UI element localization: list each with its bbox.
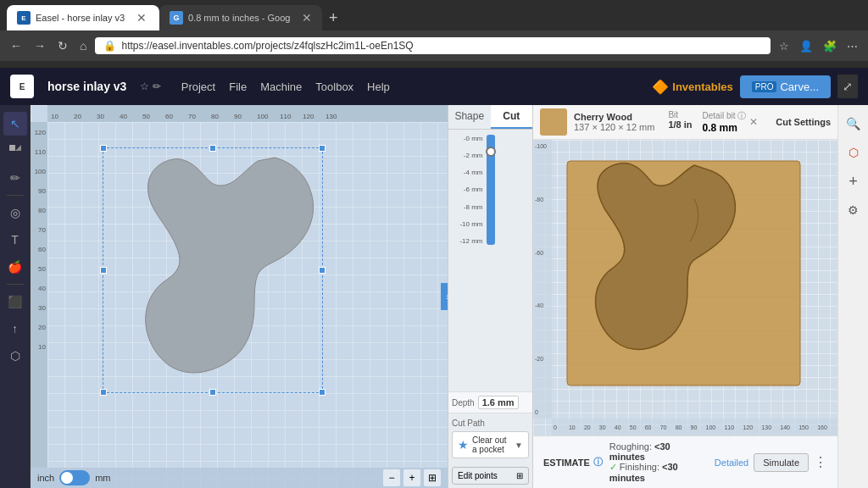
preview-ruler-bottom: 0 10 20 30 40 50 60 70 80 90 100 110 120… bbox=[552, 419, 837, 435]
bit-label: Bit bbox=[668, 110, 692, 119]
forward-button[interactable]: → bbox=[31, 37, 49, 54]
material-swatch[interactable] bbox=[540, 108, 567, 136]
estimate-info-icon[interactable]: ⓘ bbox=[593, 456, 603, 469]
horse-shape[interactable] bbox=[105, 149, 322, 393]
back-button[interactable]: ← bbox=[7, 37, 25, 54]
check-icon: ✓ bbox=[609, 462, 617, 472]
nav-help[interactable]: Help bbox=[367, 80, 390, 93]
depth-value-display[interactable]: 1.6 mm bbox=[478, 396, 519, 409]
tab-google-title: 0.8 mm to inches - Google Sear... bbox=[188, 13, 290, 23]
tool-3d[interactable]: ⬡ bbox=[3, 344, 27, 368]
rs-add-button[interactable]: + bbox=[842, 169, 865, 193]
tool-select[interactable]: ↖ bbox=[3, 112, 27, 136]
bookmark-button[interactable]: ☆ bbox=[776, 38, 793, 54]
panel-collapse-left[interactable]: › bbox=[441, 283, 448, 310]
estimate-times: Roughing: <30 minutes ✓ Finishing: <30 m… bbox=[609, 441, 708, 483]
tab-shape[interactable]: Shape bbox=[448, 105, 491, 129]
zoom-reset-button[interactable]: + bbox=[403, 469, 420, 486]
shapes-icon bbox=[9, 145, 21, 157]
profile-button[interactable]: 👤 bbox=[796, 38, 816, 54]
cut-path-text: Clear out a pocket bbox=[472, 435, 511, 454]
title-star[interactable]: ☆ ✏ bbox=[140, 80, 160, 92]
unit-toggle-switch[interactable] bbox=[59, 470, 90, 485]
nav-file[interactable]: File bbox=[229, 80, 247, 93]
browser-chrome: E Easel - horse inlay v3 ✕ G 0.8 mm to i… bbox=[0, 0, 868, 68]
zoom-out-button[interactable]: − bbox=[383, 469, 400, 486]
rs-search-button[interactable]: 🔍 bbox=[842, 112, 865, 136]
roughing-estimate: Roughing: <30 minutes bbox=[609, 441, 708, 462]
right-area: Cherry Wood 137 × 120 × 12 mm Bit 1/8 in… bbox=[532, 105, 837, 488]
app-logo-icon: E bbox=[10, 75, 34, 98]
preview-ruler-left: -100 -80 -60 -40 -20 0 bbox=[533, 140, 552, 419]
carve-button[interactable]: PRO Carve... bbox=[740, 75, 831, 98]
tool-shapes[interactable] bbox=[3, 139, 27, 163]
pro-badge: PRO bbox=[752, 81, 777, 92]
preview-canvas[interactable]: -100 -80 -60 -40 -20 0 0 10 20 30 40 50 … bbox=[533, 140, 837, 435]
address-bar[interactable]: 🔒 https://easel.inventables.com/projects… bbox=[95, 37, 771, 54]
finishing-estimate: ✓ Finishing: <30 minutes bbox=[609, 462, 708, 483]
detail-bit-info: Detail bit ⓘ 0.8 mm ✕ bbox=[703, 110, 759, 134]
depth-text-label: Depth bbox=[452, 398, 475, 408]
canvas-area[interactable]: 10 20 30 40 50 60 70 80 90 100 110 120 1… bbox=[31, 105, 448, 488]
tool-import[interactable]: ↑ bbox=[3, 317, 27, 341]
zoom-controls: − + ⊞ bbox=[383, 469, 441, 486]
depth-label-2: -2 mm bbox=[464, 152, 483, 159]
tool-pen[interactable]: ✏ bbox=[3, 166, 27, 190]
depth-thumb[interactable] bbox=[486, 147, 496, 157]
roughing-label: Roughing: bbox=[609, 441, 652, 452]
tab-easel-title: Easel - horse inlay v3 bbox=[36, 13, 125, 23]
tab-google[interactable]: G 0.8 mm to inches - Google Sear... ✕ bbox=[159, 5, 322, 30]
browser-controls: ← → ↻ ⌂ 🔒 https://easel.inventables.com/… bbox=[0, 30, 868, 61]
cut-path-select[interactable]: ★ Clear out a pocket ▼ bbox=[452, 431, 529, 458]
svg-marker-1 bbox=[15, 145, 21, 151]
svg-rect-0 bbox=[9, 145, 15, 151]
depth-visual: -0 mm -2 mm -4 mm -6 mm -8 mm -10 mm -12… bbox=[453, 135, 529, 245]
estimate-label: ESTIMATE ⓘ bbox=[543, 456, 603, 469]
cut-tabs: Shape Cut bbox=[448, 105, 532, 130]
nav-project[interactable]: Project bbox=[181, 80, 215, 93]
tab-google-icon: G bbox=[170, 11, 183, 25]
rs-gear-button[interactable]: ⚙ bbox=[842, 198, 865, 222]
expand-button[interactable]: ⤢ bbox=[837, 75, 858, 98]
extensions-button[interactable]: 🧩 bbox=[820, 38, 840, 54]
edit-points-label: Edit points bbox=[458, 471, 498, 480]
home-button[interactable]: ⌂ bbox=[76, 37, 90, 54]
inventables-label: Inventables bbox=[672, 80, 733, 93]
right-sidebar: 🔍 ⬡ + ⚙ bbox=[837, 105, 868, 488]
zoom-fit-button[interactable]: ⊞ bbox=[424, 469, 441, 486]
cut-path-label: Cut Path bbox=[452, 419, 529, 428]
reload-button[interactable]: ↻ bbox=[54, 37, 71, 54]
app-logo: E bbox=[10, 75, 34, 98]
tab-google-close[interactable]: ✕ bbox=[302, 11, 312, 25]
bit-value: 1/8 in bbox=[668, 119, 692, 130]
tab-easel[interactable]: E Easel - horse inlay v3 ✕ bbox=[7, 5, 159, 30]
nav-machine[interactable]: Machine bbox=[260, 80, 302, 93]
tab-cut[interactable]: Cut bbox=[491, 105, 533, 129]
tool-box[interactable]: ⬛ bbox=[3, 290, 27, 313]
pocket-icon: ★ bbox=[458, 438, 469, 452]
tool-target[interactable]: ◎ bbox=[3, 201, 27, 225]
material-size: 137 × 120 × 12 mm bbox=[574, 122, 654, 132]
ruler-left: 120 110 100 90 80 70 60 50 40 30 20 10 bbox=[31, 122, 47, 468]
unit-toggle: inch mm bbox=[37, 470, 111, 485]
tab-easel-close[interactable]: ✕ bbox=[136, 11, 147, 25]
tool-text[interactable]: T bbox=[3, 228, 27, 252]
close-detail-bit[interactable]: ✕ bbox=[749, 116, 758, 128]
rs-office-button[interactable]: ⬡ bbox=[842, 141, 865, 164]
new-tab-button[interactable]: + bbox=[322, 9, 345, 27]
settings-button[interactable]: ⋯ bbox=[843, 38, 861, 54]
detailed-button[interactable]: Detailed bbox=[715, 458, 748, 468]
more-options-button[interactable]: ⋮ bbox=[814, 454, 827, 470]
canvas-content[interactable] bbox=[56, 130, 439, 463]
toolbar-divider-2 bbox=[7, 284, 24, 285]
edit-points-button[interactable]: Edit points ⊞ bbox=[452, 467, 529, 485]
canvas-bottom-bar: inch mm − + ⊞ bbox=[31, 468, 448, 488]
tool-image[interactable]: 🍎 bbox=[3, 255, 27, 279]
nav-toolbox[interactable]: Toolbox bbox=[315, 80, 353, 93]
edit-points-icon: ⊞ bbox=[516, 471, 523, 480]
material-name: Cherry Wood bbox=[574, 112, 654, 122]
bit-section: Bit 1/8 in Detail bit ⓘ 0.8 mm ✕ bbox=[668, 110, 758, 134]
finishing-label: Finishing: bbox=[620, 462, 659, 472]
simulate-button[interactable]: Simulate bbox=[754, 453, 809, 472]
depth-label-0: -0 mm bbox=[464, 135, 483, 142]
